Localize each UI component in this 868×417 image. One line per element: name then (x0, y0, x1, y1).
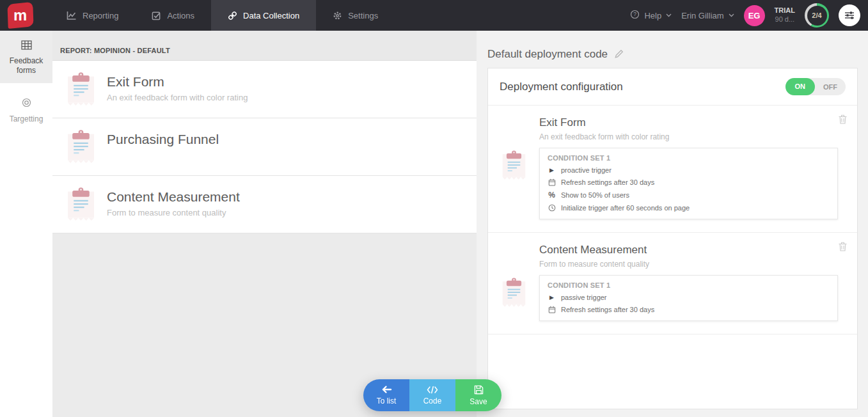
section-subtitle: An exit feedback form with color rating (539, 132, 846, 141)
sidebar-item-label: Targetting (3, 114, 50, 123)
trial-label: TRIAL (775, 6, 795, 15)
logo-letter: m (13, 6, 27, 24)
save-button[interactable]: Save (455, 379, 501, 411)
trial-days-left: 90 d... (775, 15, 795, 24)
help-icon: ? (630, 10, 640, 21)
delete-form-button[interactable] (839, 114, 847, 127)
tab-label: Reporting (83, 11, 118, 20)
button-label: Save (470, 397, 487, 406)
condition-set-box[interactable]: CONDITION SET 1 ▶ proactive trigger Refr… (539, 148, 838, 219)
nav-right: ? Help Erin Gilliam EG TRIAL 90 d... 2/4 (630, 0, 868, 31)
condition-row: % Show to 50% of users (548, 191, 830, 200)
user-menu[interactable]: Erin Gilliam (681, 11, 734, 20)
preferences-button[interactable] (839, 4, 860, 26)
deployment-section-exit-form: Exit Form An exit feedback form with col… (488, 106, 857, 233)
condition-set-label: CONDITION SET 1 (548, 154, 830, 162)
percent-icon: % (548, 191, 556, 200)
sidebar: Feedback forms Targetting (0, 31, 52, 417)
condition-text: Show to 50% of users (561, 191, 629, 199)
form-title: Purchasing Funnel (107, 132, 219, 147)
gear-icon (333, 11, 342, 20)
condition-set-box[interactable]: CONDITION SET 1 ▶ passive trigger Refres… (539, 275, 838, 321)
condition-text: proactive trigger (561, 166, 612, 174)
save-icon (474, 385, 484, 395)
form-list-item-content-measurement[interactable]: Content Measurement Form to measure cont… (52, 176, 477, 233)
section-subtitle: Form to measure content quality (539, 260, 846, 269)
deployment-toggle: ON OFF (785, 78, 846, 95)
report-header: REPORT: MOPINION - DEFAULT (52, 31, 477, 61)
section-title: Exit Form (539, 116, 846, 129)
chart-line-icon (67, 11, 77, 20)
footer-action-bar: To list Code Save (363, 379, 501, 411)
form-title: Content Measurement (107, 189, 240, 205)
code-icon (427, 386, 438, 394)
tab-actions[interactable]: Actions (135, 0, 211, 31)
clipboard-icon (66, 71, 96, 107)
toggle-on-button[interactable]: ON (785, 78, 816, 95)
to-list-button[interactable]: To list (363, 379, 409, 411)
clock-icon (548, 204, 556, 212)
top-nav: m Reporting Actions Data Collection (0, 0, 868, 31)
condition-row: ▶ proactive trigger (548, 166, 830, 174)
sliders-icon (844, 11, 855, 20)
arrow-left-icon (381, 385, 392, 394)
trash-icon (839, 114, 847, 124)
app-window: m Reporting Actions Data Collection (0, 0, 868, 417)
sidebar-item-targetting[interactable]: Targetting (0, 88, 52, 132)
sidebar-item-feedback-forms[interactable]: Feedback forms (0, 31, 52, 83)
nav-tabs: Reporting Actions Data Collection Settin… (50, 0, 395, 31)
calendar-icon (548, 306, 556, 313)
form-subtitle: Form to measure content quality (107, 208, 240, 217)
deployment-panel: Default deployment code Deployment confi… (477, 31, 868, 417)
condition-row: ▶ passive trigger (548, 294, 830, 301)
clipboard-icon (501, 277, 527, 311)
condition-set-label: CONDITION SET 1 (548, 281, 830, 289)
condition-text: Refresh settings after 30 days (561, 306, 654, 313)
play-icon: ▶ (548, 294, 556, 301)
tab-label: Settings (348, 11, 378, 20)
usage-progress-ring: 2/4 (805, 3, 829, 28)
forms-panel: REPORT: MOPINION - DEFAULT Exit Form A (52, 31, 477, 417)
trash-icon (839, 242, 847, 251)
svg-text:?: ? (634, 11, 637, 17)
delete-form-button[interactable] (839, 242, 847, 254)
brand-logo[interactable]: m (0, 0, 50, 31)
form-list-item-exit-form[interactable]: Exit Form An exit feedback form with col… (52, 61, 477, 118)
tab-settings[interactable]: Settings (316, 0, 395, 31)
usage-count: 2/4 (812, 12, 821, 19)
help-menu[interactable]: ? Help (630, 10, 672, 21)
condition-row: Refresh settings after 30 days (548, 306, 830, 313)
sidebar-item-label: Feedback forms (3, 56, 50, 75)
tab-reporting[interactable]: Reporting (50, 0, 135, 31)
clipboard-icon (66, 186, 96, 223)
deployment-section-content-measurement: Content Measurement Form to measure cont… (488, 233, 857, 334)
tab-data-collection[interactable]: Data Collection (211, 0, 316, 31)
clipboard-icon (501, 150, 527, 184)
form-list-item-purchasing-funnel[interactable]: Purchasing Funnel (52, 118, 477, 176)
target-icon (3, 98, 50, 109)
condition-text: passive trigger (561, 294, 607, 301)
condition-text: Refresh settings after 30 days (561, 178, 654, 186)
toggle-off-button[interactable]: OFF (815, 83, 846, 91)
edit-pencil-icon[interactable] (615, 49, 624, 61)
section-title: Content Measurement (539, 244, 846, 256)
help-label: Help (644, 11, 661, 20)
table-grid-icon (3, 40, 50, 52)
main-content: REPORT: MOPINION - DEFAULT Exit Form A (52, 31, 868, 417)
condition-row: Initialize trigger after 60 seconds on p… (548, 204, 830, 212)
mopinion-logo-icon: m (7, 2, 33, 29)
link-icon (228, 11, 237, 20)
trial-status: TRIAL 90 d... (775, 6, 795, 24)
condition-row: Refresh settings after 30 days (548, 178, 830, 186)
avatar[interactable]: EG (744, 5, 765, 26)
deployment-card: Deployment configuration ON OFF (487, 68, 858, 409)
tab-label: Actions (167, 11, 194, 20)
code-button[interactable]: Code (409, 379, 455, 411)
chevron-down-icon (666, 13, 672, 17)
clipboard-icon (66, 129, 96, 165)
report-header-label: REPORT: MOPINION - DEFAULT (60, 47, 170, 54)
button-label: Code (423, 397, 442, 405)
play-icon: ▶ (548, 167, 556, 173)
checkbox-icon (152, 11, 161, 20)
user-name: Erin Gilliam (681, 11, 723, 20)
